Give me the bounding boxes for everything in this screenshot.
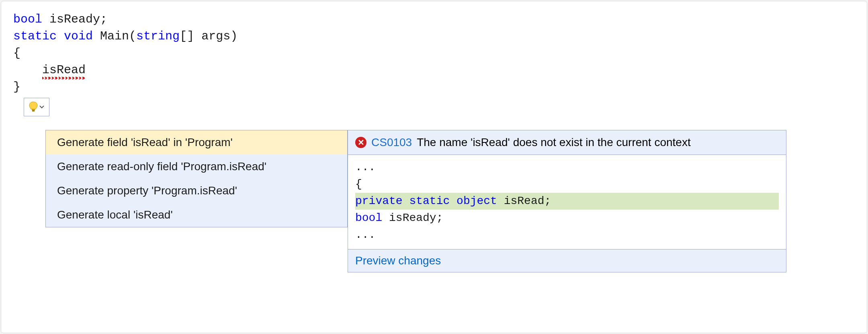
error-icon: ✕ <box>355 137 366 148</box>
indent <box>13 63 42 77</box>
diff-added-line: private static object isRead; <box>355 193 779 210</box>
suggestion-generate-readonly[interactable]: Generate read-only field 'Program.isRead… <box>46 155 347 179</box>
keyword-private: private <box>355 195 403 207</box>
chevron-down-icon <box>39 105 44 109</box>
keyword-bool: bool <box>355 212 382 224</box>
quick-actions-button[interactable] <box>24 98 49 116</box>
error-identifier-isread[interactable]: isRead <box>42 62 86 78</box>
diff-ellipsis: ... <box>355 227 779 243</box>
svg-rect-1 <box>32 110 35 111</box>
suggestion-generate-property[interactable]: Generate property 'Program.isRead' <box>46 179 347 203</box>
keyword-string: string <box>136 29 180 43</box>
keyword-void: void <box>64 29 93 43</box>
diff-brace-open: { <box>355 176 779 193</box>
preview-changes-link[interactable]: Preview changes <box>355 254 441 267</box>
fix-preview-panel: ✕ CS0103 The name 'isRead' does not exis… <box>348 130 786 272</box>
keyword-object: object <box>457 195 497 207</box>
keyword-bool: bool <box>13 12 42 26</box>
suggestion-generate-field[interactable]: Generate field 'isRead' in 'Program' <box>46 130 347 155</box>
diff-ellipsis: ... <box>355 159 779 176</box>
brace-close: } <box>13 80 20 94</box>
suggestion-generate-local[interactable]: Generate local 'isRead' <box>46 203 347 227</box>
keyword-static: static <box>13 29 57 43</box>
identifier-isready: isReady; <box>382 212 443 224</box>
brackets: [] <box>180 29 194 43</box>
quick-actions-menu: Generate field 'isRead' in 'Program' Gen… <box>45 130 348 227</box>
preview-footer: Preview changes <box>348 249 786 272</box>
diff-kept-line: bool isReady; <box>355 210 779 227</box>
svg-rect-0 <box>32 109 35 110</box>
diff-preview: ... { private static object isRead; bool… <box>348 155 786 249</box>
param-args: args) <box>194 29 237 43</box>
error-header: ✕ CS0103 The name 'isRead' does not exis… <box>348 130 786 155</box>
identifier-isready: isReady; <box>49 12 107 26</box>
error-message: The name 'isRead' does not exist in the … <box>417 136 691 149</box>
lightbulb-icon <box>29 101 38 113</box>
code-editor-window: bool isReady; static void Main(string[] … <box>1 1 867 333</box>
method-main: Main( <box>100 29 136 43</box>
error-code: CS0103 <box>371 136 412 149</box>
keyword-static: static <box>409 195 450 207</box>
identifier-isread: isRead; <box>497 195 551 207</box>
code-area[interactable]: bool isReady; static void Main(string[] … <box>13 11 855 95</box>
brace-open: { <box>13 46 20 60</box>
